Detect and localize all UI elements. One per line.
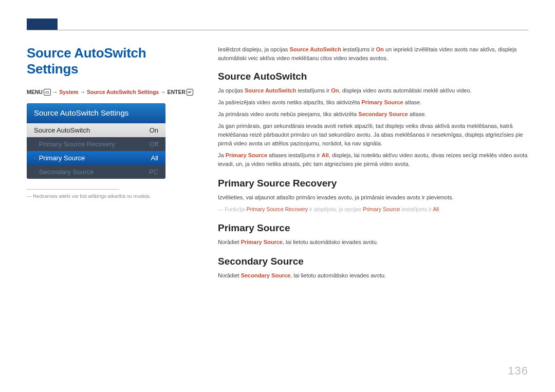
page-number: 136 bbox=[508, 364, 528, 378]
osd-title: Source AutoSwitch Settings bbox=[27, 103, 165, 123]
breadcrumb-settings: Source AutoSwitch Settings bbox=[87, 89, 159, 95]
breadcrumb: MENU▭ → System → Source AutoSwitch Setti… bbox=[27, 88, 196, 96]
osd-value: PC bbox=[149, 168, 158, 176]
page-content: Source AutoSwitch Settings MENU▭ → Syste… bbox=[27, 45, 528, 283]
page-title: Source AutoSwitch Settings bbox=[27, 45, 196, 77]
footnote-divider bbox=[27, 189, 119, 190]
breadcrumb-sep: → bbox=[51, 89, 59, 95]
osd-label: Primary Source Recovery bbox=[34, 140, 115, 148]
heading-primary-source-recovery: Primary Source Recovery bbox=[218, 178, 528, 189]
breadcrumb-sep: → bbox=[159, 89, 167, 95]
left-column: Source AutoSwitch Settings MENU▭ → Syste… bbox=[27, 45, 196, 283]
osd-row-primary-source[interactable]: Primary Source All bbox=[27, 151, 165, 165]
osd-label: Secondary Source bbox=[34, 168, 94, 176]
s1-p3: Ja primārais video avots nebūs pieejams,… bbox=[218, 110, 528, 119]
osd-row-secondary-source[interactable]: Secondary Source PC bbox=[27, 165, 165, 179]
menu-icon: ▭ bbox=[44, 89, 51, 96]
breadcrumb-menu: MENU bbox=[27, 89, 43, 95]
s2-note: Funkcija Primary Source Recovery ir atsp… bbox=[218, 206, 528, 214]
header-tab bbox=[27, 18, 58, 30]
s3-p1: Norādiet Primary Source, lai lietotu aut… bbox=[218, 238, 528, 247]
right-column: Ieslēdzot displeju, ja opcijas Source Au… bbox=[218, 45, 528, 283]
header-rule bbox=[27, 30, 528, 30]
intro-paragraph: Ieslēdzot displeju, ja opcijas Source Au… bbox=[218, 45, 528, 63]
s2-p1: Izvēlieties, vai atjaunot atlasīto primā… bbox=[218, 193, 528, 202]
osd-label: Source AutoSwitch bbox=[34, 126, 90, 134]
s1-p5: Ja Primary Source atlases iestatījums ir… bbox=[218, 151, 528, 169]
osd-value: All bbox=[151, 154, 158, 162]
s1-p1: Ja opcijas Source AutoSwitch iestatījums… bbox=[218, 86, 528, 95]
breadcrumb-sep: → bbox=[79, 89, 87, 95]
heading-primary-source: Primary Source bbox=[218, 222, 528, 234]
s1-p2: Ja pašreizējais video avots netiks atpaz… bbox=[218, 98, 528, 107]
s1-p4: Ja gan primārais, gan sekundārais ievada… bbox=[218, 122, 528, 148]
enter-icon: ↵ bbox=[187, 89, 193, 96]
model-footnote: Redzamais attēls var būt atšķirīgs atkar… bbox=[27, 193, 196, 200]
breadcrumb-enter: ENTER bbox=[168, 89, 186, 95]
breadcrumb-system: System bbox=[59, 89, 78, 95]
osd-value: On bbox=[150, 126, 158, 134]
heading-source-autoswitch: Source AutoSwitch bbox=[218, 71, 528, 82]
osd-value: Off bbox=[150, 140, 158, 148]
heading-secondary-source: Secondary Source bbox=[218, 256, 528, 267]
osd-panel: Source AutoSwitch Settings Source AutoSw… bbox=[27, 103, 165, 179]
s4-p1: Norādiet Secondary Source, lai lietotu a… bbox=[218, 271, 528, 280]
osd-row-source-autoswitch[interactable]: Source AutoSwitch On bbox=[27, 123, 165, 137]
osd-label: Primary Source bbox=[34, 154, 85, 162]
osd-row-primary-source-recovery[interactable]: Primary Source Recovery Off bbox=[27, 137, 165, 151]
